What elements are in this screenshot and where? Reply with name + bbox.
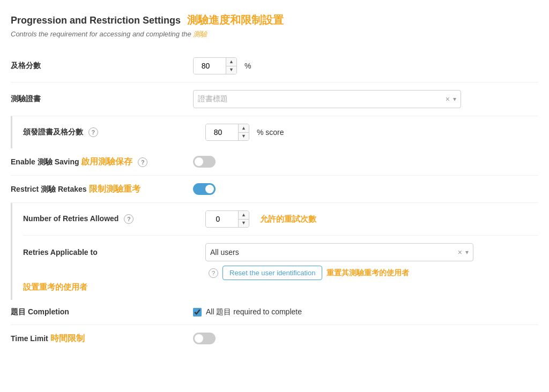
reset-user-identification-button[interactable]: Reset the user identification xyxy=(222,266,322,280)
enable-saving-row: Enable 測驗 Saving 啟用測驗保存 ? xyxy=(11,148,538,176)
cert-passing-score-spinner[interactable]: ▲ ▼ xyxy=(238,124,249,140)
cert-passing-help-icon[interactable]: ? xyxy=(88,127,98,137)
passing-score-down[interactable]: ▼ xyxy=(226,66,236,74)
retries-allowed-row: Number of Retries Allowed ? ▲ ▼ 允許的重試次數 xyxy=(23,203,538,236)
time-limit-label-zh: 時間限制 xyxy=(50,334,85,343)
passing-score-unit: % xyxy=(244,62,251,70)
reset-help-icon[interactable]: ? xyxy=(209,268,218,278)
retries-applicable-label-zh: 設置重考的使用者 xyxy=(23,282,87,291)
retries-help-icon[interactable]: ? xyxy=(124,214,133,224)
completion-row: 題目 Completion All 題目 required to complet… xyxy=(11,300,538,325)
passing-score-input-wrap[interactable]: ▲ ▼ xyxy=(193,57,237,74)
completion-checkbox-wrap[interactable]: All 題目 required to complete xyxy=(193,307,302,317)
enable-saving-help-icon[interactable]: ? xyxy=(138,157,147,167)
cert-passing-up[interactable]: ▲ xyxy=(239,124,249,133)
enable-saving-toggle[interactable] xyxy=(193,156,216,168)
certificate-placeholder: 證書標題 xyxy=(198,94,228,104)
page-container: Progression and Restriction Settings 測驗進… xyxy=(11,13,538,352)
cert-passing-score-unit: % score xyxy=(257,128,284,137)
restrict-retakes-label-zh: 限制測驗重考 xyxy=(89,184,140,193)
page-header: Progression and Restriction Settings 測驗進… xyxy=(11,13,538,27)
retries-applicable-row: Retries Applicable to All users × ▾ ? Re… xyxy=(23,236,538,300)
retries-applicable-value: All users xyxy=(210,248,239,257)
enable-saving-control xyxy=(193,156,538,168)
cert-passing-block: 頒發證書及格分數 ? ▲ ▼ % score xyxy=(11,116,538,148)
restrict-retakes-control xyxy=(193,183,538,195)
page-subtitle: Controls the requirement for accessing a… xyxy=(11,29,538,39)
cert-passing-score-input-wrap[interactable]: ▲ ▼ xyxy=(205,124,249,141)
enable-saving-slider xyxy=(193,156,216,168)
certificate-select[interactable]: 證書標題 × ▾ xyxy=(193,90,461,108)
page-title-en: Progression and Restriction Settings xyxy=(11,15,181,26)
retries-spinner[interactable]: ▲ ▼ xyxy=(238,211,249,227)
certificate-control: 證書標題 × ▾ xyxy=(193,90,538,108)
subtitle-zh: 測驗 xyxy=(193,30,207,38)
passing-score-row: 及格分數 ▲ ▼ % xyxy=(11,50,538,82)
retries-down[interactable]: ▼ xyxy=(239,220,249,228)
retries-applicable-chevron-icon[interactable]: ▾ xyxy=(465,248,469,256)
certificate-clear-icon[interactable]: × xyxy=(446,95,450,103)
completion-checkbox-label: All 題目 required to complete xyxy=(206,307,302,317)
certificate-label: 測驗證書 xyxy=(11,94,193,104)
subtitle-en: Controls the requirement for accessing a… xyxy=(11,30,191,38)
retries-applicable-control: All users × ▾ xyxy=(205,243,538,261)
restrict-retakes-label: Restrict 測驗 Retakes 限制測驗重考 xyxy=(11,184,193,195)
certificate-select-controls: × ▾ xyxy=(446,95,456,103)
cert-passing-down[interactable]: ▼ xyxy=(239,133,249,141)
time-limit-control xyxy=(193,333,538,344)
enable-saving-label-zh: 啟用測驗保存 xyxy=(81,157,132,166)
retries-allowed-label: Number of Retries Allowed ? xyxy=(23,214,205,224)
retries-input-wrap[interactable]: ▲ ▼ xyxy=(205,210,249,228)
restrict-retakes-toggle[interactable] xyxy=(193,183,216,195)
retries-applicable-label-en: Retries Applicable to xyxy=(23,248,205,257)
time-limit-slider xyxy=(193,333,216,344)
time-limit-row: Time Limit 時間限制 xyxy=(11,325,538,352)
certificate-row: 測驗證書 證書標題 × ▾ xyxy=(11,82,538,116)
cert-passing-score-control: ▲ ▼ % score xyxy=(205,124,538,141)
retries-allowed-zh: 允許的重試次數 xyxy=(260,214,316,224)
cert-passing-score-input[interactable] xyxy=(206,124,238,140)
cert-passing-score-row: 頒發證書及格分數 ? ▲ ▼ % score xyxy=(23,116,538,148)
passing-score-label: 及格分數 xyxy=(11,61,193,71)
restrict-retakes-slider xyxy=(193,183,216,195)
reset-btn-zh: 重置其測驗重考的使用者 xyxy=(327,268,409,278)
enable-saving-label: Enable 測驗 Saving 啟用測驗保存 ? xyxy=(11,156,193,168)
passing-score-control: ▲ ▼ % xyxy=(193,57,538,74)
retries-applicable-select[interactable]: All users × ▾ xyxy=(205,243,473,261)
completion-label: 題目 Completion xyxy=(11,307,193,317)
retries-up[interactable]: ▲ xyxy=(239,211,249,220)
completion-control: All 題目 required to complete xyxy=(193,307,538,317)
page-title-zh: 測驗進度和限制設置 xyxy=(187,14,284,26)
retries-block: Number of Retries Allowed ? ▲ ▼ 允許的重試次數 … xyxy=(11,203,538,300)
passing-score-up[interactable]: ▲ xyxy=(226,58,236,66)
completion-checkbox[interactable] xyxy=(193,308,202,316)
time-limit-label: Time Limit 時間限制 xyxy=(11,333,193,344)
cert-passing-score-label: 頒發證書及格分數 ? xyxy=(23,127,205,137)
time-limit-toggle[interactable] xyxy=(193,333,216,344)
restrict-retakes-row: Restrict 測驗 Retakes 限制測驗重考 xyxy=(11,176,538,203)
certificate-chevron-icon[interactable]: ▾ xyxy=(453,95,456,103)
passing-score-input[interactable] xyxy=(194,58,226,74)
retries-allowed-control: ▲ ▼ 允許的重試次數 xyxy=(205,210,538,228)
passing-score-spinner[interactable]: ▲ ▼ xyxy=(226,58,236,74)
retries-applicable-clear-icon[interactable]: × xyxy=(458,248,462,257)
retries-input[interactable] xyxy=(206,211,238,227)
retries-applicable-select-controls: × ▾ xyxy=(458,248,469,257)
